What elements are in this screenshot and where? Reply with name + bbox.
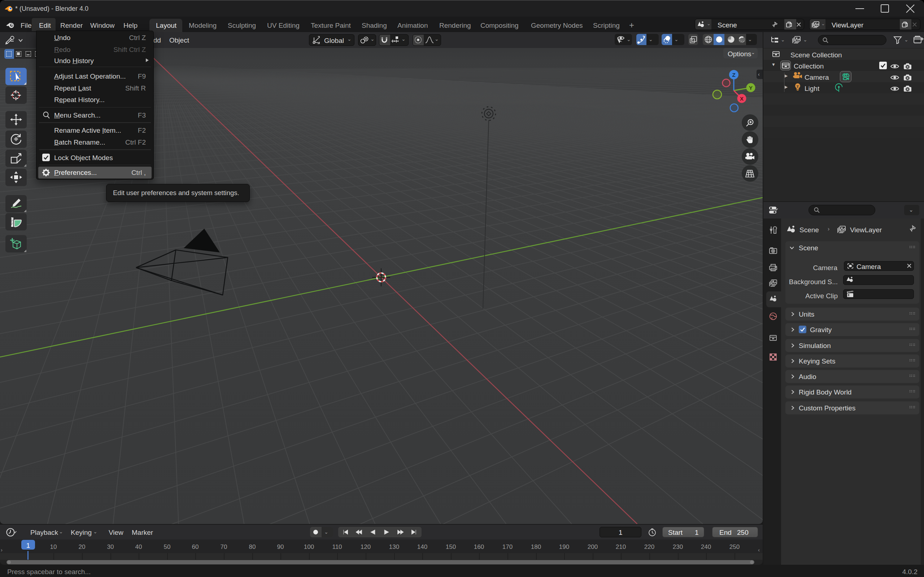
svg-text:Z: Z — [732, 72, 735, 78]
svg-text:X: X — [740, 95, 743, 102]
svg-text:Y: Y — [749, 85, 753, 91]
